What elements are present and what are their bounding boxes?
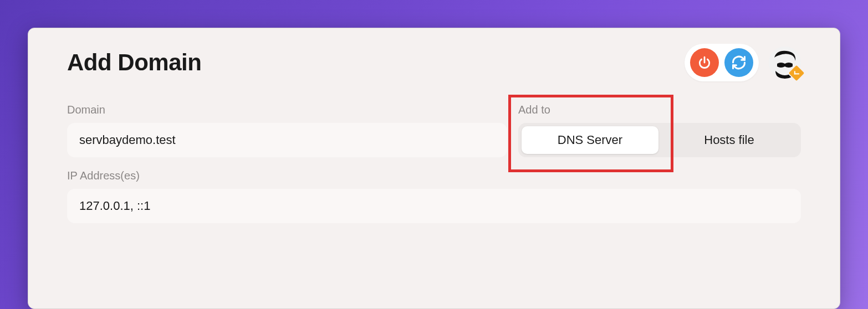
refresh-icon	[731, 55, 747, 70]
ip-field-group: IP Address(es)	[67, 169, 801, 223]
segmented-option-dns-server[interactable]: DNS Server	[522, 126, 658, 154]
refresh-button[interactable]	[724, 48, 753, 77]
avatar-button[interactable]	[769, 47, 801, 79]
power-button[interactable]	[690, 48, 719, 77]
app-window: Add Domain	[28, 28, 840, 309]
add-to-label: Add to	[518, 104, 801, 116]
header-row: Add Domain	[67, 44, 801, 81]
add-to-field-group: Add to DNS Server Hosts file	[518, 104, 801, 157]
domain-field-group: Domain	[67, 104, 507, 157]
power-icon	[697, 55, 712, 70]
ip-label: IP Address(es)	[67, 169, 801, 182]
form-row-ip: IP Address(es)	[67, 169, 801, 223]
action-pill	[685, 44, 759, 81]
ip-input[interactable]	[67, 189, 801, 223]
window-content: Add Domain	[28, 28, 840, 223]
domain-input[interactable]	[67, 123, 507, 157]
segmented-option-hosts-file[interactable]: Hosts file	[661, 126, 798, 154]
domain-label: Domain	[67, 104, 507, 116]
header-actions	[685, 44, 801, 81]
add-to-segmented: DNS Server Hosts file	[518, 123, 801, 157]
form-row-domain: Domain Add to DNS Server Hosts file	[67, 104, 801, 157]
page-title: Add Domain	[67, 49, 201, 76]
